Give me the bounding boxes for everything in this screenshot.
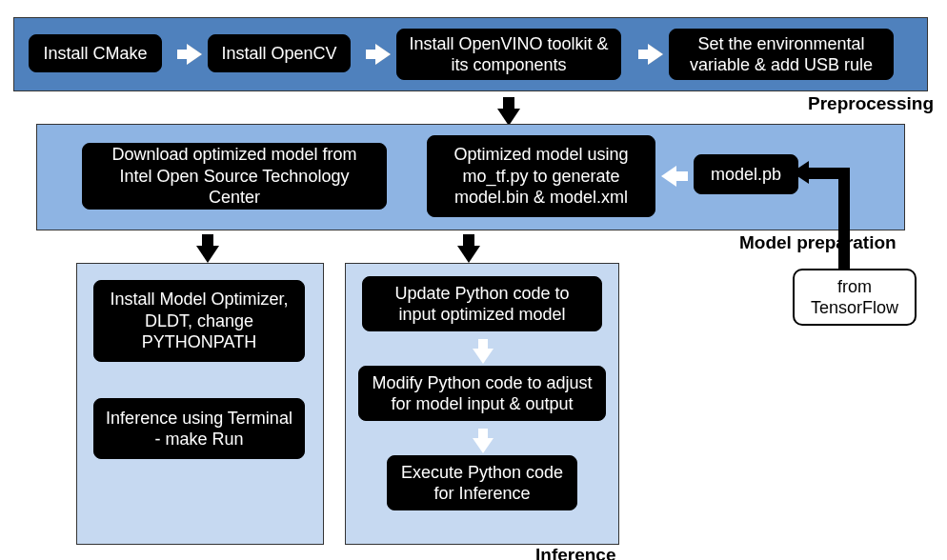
connector-tf-hline <box>806 168 850 179</box>
label-inference: Inference <box>535 545 615 560</box>
arrow-opencv-to-openvino <box>375 44 391 65</box>
connector-tf-vline <box>838 168 850 270</box>
box-from-tensorflow: from TensorFlow <box>793 269 917 326</box>
box-modify-python: Modify Python code to adjust for model i… <box>358 366 606 421</box>
arrow-cmake-to-opencv <box>187 44 202 65</box>
box-download-model: Download optimized model from Intel Open… <box>82 143 387 210</box>
box-install-cmake: Install CMake <box>29 34 162 72</box>
arrow-modelpb-to-optimize <box>661 166 676 187</box>
box-update-python: Update Python code to input optimized mo… <box>362 276 602 331</box>
box-model-pb: model.pb <box>694 154 798 194</box>
box-inference-terminal: Inference using Terminal - make Run <box>93 398 305 459</box>
box-install-opencv: Install OpenCV <box>208 34 351 72</box>
box-optimize-model: Optimized model using mo_tf.py to genera… <box>427 135 655 217</box>
arrow-update-to-modify <box>473 349 494 364</box>
label-preprocessing: Preprocessing <box>808 93 934 114</box>
box-execute-python: Execute Python code for Inference <box>387 455 577 510</box>
arrow-openvino-to-env <box>648 44 663 65</box>
arrow-optimize-to-infright <box>457 246 480 263</box>
box-set-env: Set the environmental variable & add USB… <box>669 29 894 80</box>
label-model-prep: Model preparation <box>739 232 897 253</box>
box-install-openvino: Install OpenVINO toolkit & its component… <box>396 29 621 80</box>
box-install-optimizer: Install Model Optimizer, DLDT, change PY… <box>93 280 305 362</box>
arrow-download-to-infleft <box>196 246 219 263</box>
arrow-modify-to-execute <box>473 438 494 453</box>
